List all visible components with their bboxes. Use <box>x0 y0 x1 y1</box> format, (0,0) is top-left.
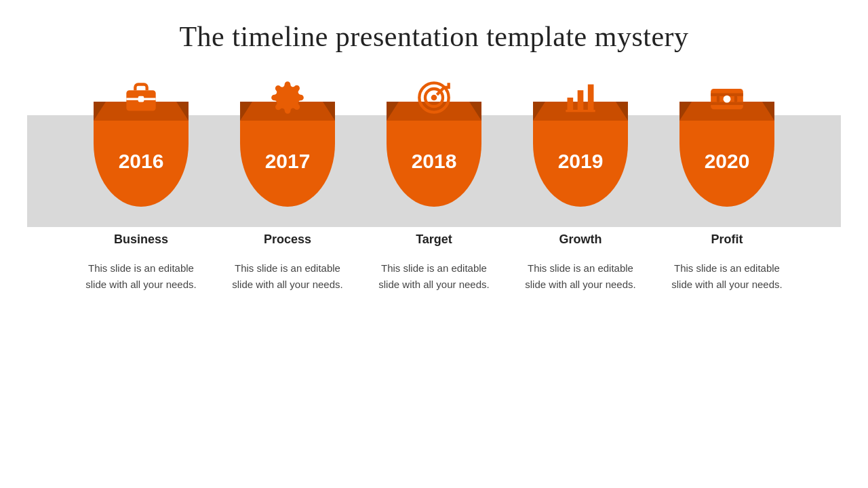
slide-title: The timeline presentation template myste… <box>179 20 688 53</box>
gear-icon <box>270 80 305 115</box>
shield-item-1: 2017 <box>226 102 349 207</box>
icon-item-3 <box>519 80 642 115</box>
year-2: 2018 <box>412 150 457 173</box>
year-0: 2016 <box>119 150 164 173</box>
year-1: 2017 <box>265 150 311 173</box>
svg-rect-16 <box>717 96 719 102</box>
icon-item-4 <box>666 80 788 115</box>
chart-icon <box>563 80 598 115</box>
shield-item-3: 2019 <box>519 102 642 207</box>
shield-item-4: 2020 <box>666 102 788 207</box>
svg-rect-8 <box>568 98 574 111</box>
svg-rect-9 <box>578 90 584 110</box>
label-item-0: Business <box>80 232 202 247</box>
desc-4: This slide is an editable slide with all… <box>671 262 782 290</box>
label-1: Process <box>264 232 311 246</box>
desc-1: This slide is an editable slide with all… <box>232 262 342 290</box>
label-4: Profit <box>711 232 743 246</box>
svg-rect-10 <box>588 85 594 111</box>
desc-3: This slide is an editable slide with all… <box>525 262 635 290</box>
svg-point-6 <box>431 95 437 101</box>
label-item-4: Profit <box>666 232 788 247</box>
target-icon <box>416 80 452 115</box>
desc-item-2: This slide is an editable slide with all… <box>373 260 495 293</box>
label-row: Business Process Target Growth Profit <box>27 232 841 247</box>
svg-point-15 <box>724 96 731 103</box>
desc-2: This slide is an editable slide with all… <box>378 262 489 290</box>
icon-item-2 <box>373 80 495 115</box>
shield-item-0: 2016 <box>80 102 202 207</box>
label-3: Growth <box>559 232 602 246</box>
briefcase-icon <box>123 80 159 115</box>
icon-item-1 <box>226 80 349 115</box>
shield-2: 2018 <box>387 102 481 207</box>
gray-band: 2016 2017 2018 <box>27 115 841 227</box>
icon-item-0 <box>80 80 202 115</box>
svg-rect-2 <box>138 96 144 102</box>
svg-rect-17 <box>734 96 737 102</box>
desc-item-4: This slide is an editable slide with all… <box>666 260 788 293</box>
slide: The timeline presentation template myste… <box>0 0 868 488</box>
shield-item-2: 2018 <box>373 102 495 207</box>
label-item-2: Target <box>373 232 495 247</box>
shield-1: 2017 <box>240 102 335 207</box>
desc-0: This slide is an editable slide with all… <box>85 262 196 290</box>
year-3: 2019 <box>558 150 604 173</box>
label-item-3: Growth <box>519 232 642 247</box>
label-2: Target <box>416 232 452 246</box>
timeline-wrapper: 2016 2017 2018 <box>27 80 841 293</box>
desc-row: This slide is an editable slide with all… <box>27 260 841 293</box>
desc-item-0: This slide is an editable slide with all… <box>80 260 202 293</box>
icons-row <box>27 80 841 115</box>
label-item-1: Process <box>226 232 349 247</box>
label-0: Business <box>114 232 168 246</box>
shield-0: 2016 <box>94 102 189 207</box>
shield-4: 2020 <box>679 102 774 207</box>
year-4: 2020 <box>705 150 750 173</box>
money-icon <box>709 80 745 115</box>
desc-item-3: This slide is an editable slide with all… <box>519 260 642 293</box>
desc-item-1: This slide is an editable slide with all… <box>226 260 349 293</box>
shield-3: 2019 <box>533 102 628 207</box>
